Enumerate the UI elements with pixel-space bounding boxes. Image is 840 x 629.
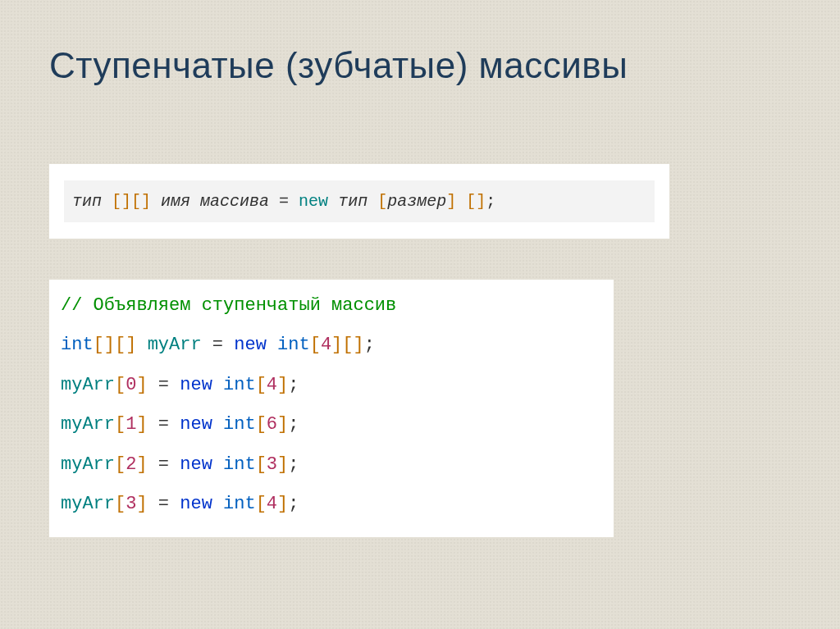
new-keyword: new <box>180 414 212 435</box>
number-literal: 2 <box>126 454 136 475</box>
identifier: myArr <box>148 335 202 355</box>
new-keyword: new <box>234 335 267 355</box>
slide: Ступенчатые (зубчатые) массивы тип [][] … <box>0 0 840 629</box>
number-literal: 4 <box>267 375 277 395</box>
bracket-open-icon: [ <box>377 192 387 211</box>
page-title: Ступенчатые (зубчатые) массивы <box>49 45 791 86</box>
number-literal: 0 <box>126 375 136 395</box>
identifier: myArr <box>61 375 115 395</box>
syntax-card: тип [][] имя массива = new тип [размер] … <box>49 164 669 239</box>
new-keyword: new <box>180 375 212 395</box>
number-literal: 4 <box>267 494 277 514</box>
type-keyword: int <box>61 335 94 355</box>
new-keyword: new <box>299 192 328 211</box>
identifier: myArr <box>61 414 115 435</box>
type-keyword: int <box>223 414 256 435</box>
bracket-icon: [][] <box>112 192 161 211</box>
code-block: // Объявляем ступенчатый массив int[][] … <box>61 295 396 514</box>
identifier: myArr <box>61 494 115 514</box>
new-keyword: new <box>180 494 212 514</box>
bracket-close-icon: ] <box>446 192 456 211</box>
type-keyword: int <box>223 454 256 475</box>
number-literal: 1 <box>126 414 136 435</box>
number-literal: 4 <box>321 335 331 355</box>
new-keyword: new <box>180 454 212 475</box>
semicolon: ; <box>486 192 495 211</box>
number-literal: 3 <box>267 454 277 475</box>
type-keyword: int <box>223 375 256 395</box>
code-comment: // Объявляем ступенчатый массив <box>61 295 396 316</box>
type-keyword: int <box>277 335 310 355</box>
syntax-name: имя массива <box>161 192 269 211</box>
syntax-template: тип [][] имя массива = new тип [размер] … <box>64 180 655 222</box>
number-literal: 3 <box>126 494 136 514</box>
type-keyword: int <box>223 494 256 514</box>
syntax-type: тип <box>72 192 102 211</box>
number-literal: 6 <box>267 414 277 435</box>
syntax-type2: тип <box>338 192 368 211</box>
identifier: myArr <box>61 454 115 475</box>
equals-sign: = <box>279 192 299 211</box>
code-card: // Объявляем ступенчатый массив int[][] … <box>49 280 614 537</box>
bracket-empty-icon: [] <box>466 192 486 211</box>
syntax-size: размер <box>387 192 446 211</box>
